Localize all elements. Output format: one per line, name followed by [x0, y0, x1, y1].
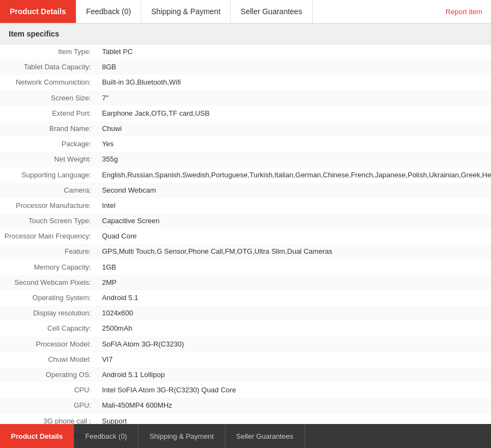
spec-value: Chuwi	[98, 121, 491, 136]
spec-value: Android 5.1 Lollipop	[98, 367, 491, 383]
top-tabs-bar: Product Details Feedback (0) Shipping & …	[0, 0, 491, 24]
spec-value: Intel	[98, 198, 491, 213]
tab-shipping[interactable]: Shipping & Payment	[141, 0, 231, 23]
spec-label: Extend Port:	[0, 106, 98, 121]
spec-value: Quad Core	[98, 229, 491, 244]
spec-label: Camera:	[0, 183, 98, 198]
table-row: Operating System:Android 5.1	[0, 290, 491, 306]
spec-table: Item Type:Tablet PCTablet Data Capacity:…	[0, 44, 491, 448]
spec-label: GPU:	[0, 398, 98, 413]
spec-label: Network Communiction:	[0, 75, 98, 90]
spec-label: Chuwi Model:	[0, 352, 98, 367]
spec-value: Second Webcam	[98, 183, 491, 198]
spec-value: 1GB	[98, 260, 491, 275]
spec-label: Second Webcam Pixels:	[0, 275, 98, 290]
table-row: Processor Manufacture:Intel	[0, 198, 491, 213]
table-row: Screen Size:7"	[0, 91, 491, 106]
spec-label: Touch Screen Type:	[0, 213, 98, 229]
table-row: Display resolution:1024x600	[0, 306, 491, 321]
table-row: Brand Name:Chuwi	[0, 121, 491, 136]
spec-label: Net Weight:	[0, 152, 98, 167]
table-row: Second Webcam Pixels:2MP	[0, 275, 491, 290]
spec-value: English,Russian,Spanish,Swedish,Portugue…	[98, 168, 491, 183]
table-row: CPU:Intel SoFIA Atom 3G-R(C3230) Quad Co…	[0, 383, 491, 398]
table-row: Operating OS:Android 5.1 Lollipop	[0, 367, 491, 383]
spec-label: Package:	[0, 136, 98, 152]
tab-feedback[interactable]: Feedback (0)	[76, 0, 141, 23]
spec-label: CPU:	[0, 383, 98, 398]
bottom-tab-feedback[interactable]: Feedback (0)	[74, 424, 139, 448]
table-row: Network Communiction:Built-in 3G,Bluetoo…	[0, 75, 491, 90]
report-item-link[interactable]: Report item	[446, 0, 491, 23]
table-row: Processor Main Frequency:Quad Core	[0, 229, 491, 244]
spec-label: Tablet Data Capacity:	[0, 59, 98, 75]
spec-label: Feature:	[0, 244, 98, 259]
bottom-nav-bar: Product Details Feedback (0) Shipping & …	[0, 424, 491, 448]
table-row: Cell Capacity:2500mAh	[0, 321, 491, 336]
spec-value: Capacitive Screen	[98, 213, 491, 229]
table-row: Supporting Language:English,Russian,Span…	[0, 168, 491, 183]
tab-seller[interactable]: Seller Guarantees	[231, 0, 313, 23]
spec-label: Cell Capacity:	[0, 321, 98, 336]
spec-value: 2500mAh	[98, 321, 491, 336]
table-row: Feature:GPS,Multi Touch,G Sensor,Phone C…	[0, 244, 491, 259]
spec-label: Processor Manufacture:	[0, 198, 98, 213]
spec-label: Operating OS:	[0, 367, 98, 383]
table-row: Net Weight:355g	[0, 152, 491, 167]
spec-label: Processor Model:	[0, 337, 98, 352]
spec-value: Mali-450MP4 600MHz	[98, 398, 491, 413]
table-row: Item Type:Tablet PC	[0, 44, 491, 59]
bottom-tab-shipping[interactable]: Shipping & Payment	[139, 424, 225, 448]
spec-value: Android 5.1	[98, 290, 491, 306]
bottom-tab-product-details[interactable]: Product Details	[0, 424, 74, 448]
item-specifics-header: Item specifics	[0, 24, 491, 44]
table-row: Camera:Second Webcam	[0, 183, 491, 198]
spec-value: 2MP	[98, 275, 491, 290]
table-row: Package:Yes	[0, 136, 491, 152]
spec-label: Processor Main Frequency:	[0, 229, 98, 244]
spec-label: Display resolution:	[0, 306, 98, 321]
spec-label: Supporting Language:	[0, 168, 98, 183]
table-row: Tablet Data Capacity:8GB	[0, 59, 491, 75]
table-row: Memory Capacity:1GB	[0, 260, 491, 275]
table-row: Touch Screen Type:Capacitive Screen	[0, 213, 491, 229]
spec-value: 355g	[98, 152, 491, 167]
spec-value: Earphone Jack,OTG,TF card,USB	[98, 106, 491, 121]
spec-value: Built-in 3G,Bluetooth,Wifi	[98, 75, 491, 90]
spec-label: Memory Capacity:	[0, 260, 98, 275]
spec-value: Tablet PC	[98, 44, 491, 59]
spec-value: 8GB	[98, 59, 491, 75]
spec-value: GPS,Multi Touch,G Sensor,Phone Call,FM,O…	[98, 244, 491, 259]
spec-label: Item Type:	[0, 44, 98, 59]
bottom-tab-seller[interactable]: Seller Guarantees	[225, 424, 305, 448]
table-row: Extend Port:Earphone Jack,OTG,TF card,US…	[0, 106, 491, 121]
content-area: Item specifics Item Type:Tablet PCTablet…	[0, 24, 491, 448]
spec-label: Operating System:	[0, 290, 98, 306]
table-row: Processor Model:SoFIA Atom 3G-R(C3230)	[0, 337, 491, 352]
spec-label: Brand Name:	[0, 121, 98, 136]
spec-label: Screen Size:	[0, 91, 98, 106]
spec-value: Yes	[98, 136, 491, 152]
spec-value: 7"	[98, 91, 491, 106]
spec-value: 1024x600	[98, 306, 491, 321]
spec-value: Intel SoFIA Atom 3G-R(C3230) Quad Core	[98, 383, 491, 398]
spec-value: SoFIA Atom 3G-R(C3230)	[98, 337, 491, 352]
tab-product-details[interactable]: Product Details	[0, 0, 76, 23]
spec-value: VI7	[98, 352, 491, 367]
table-row: GPU:Mali-450MP4 600MHz	[0, 398, 491, 413]
table-row: Chuwi Model:VI7	[0, 352, 491, 367]
